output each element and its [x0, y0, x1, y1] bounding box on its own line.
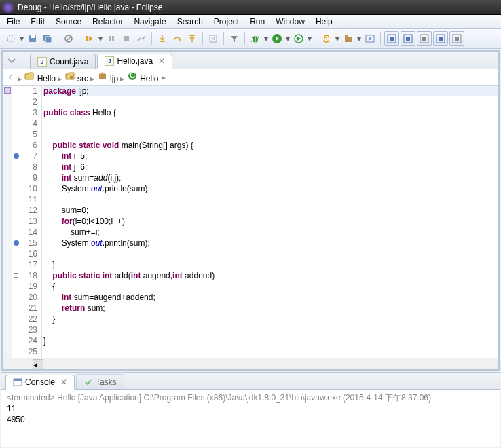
breakpoint-icon[interactable] — [14, 153, 19, 159]
code-editor[interactable]: package ljp; public class Hello { public… — [42, 86, 498, 358]
terminate-icon[interactable] — [119, 32, 133, 45]
code-line[interactable]: System.out.println(sum); — [43, 183, 498, 194]
code-line[interactable] — [43, 129, 498, 140]
horizontal-scrollbar[interactable]: ◂ — [3, 358, 498, 369]
resume-icon[interactable] — [83, 32, 96, 45]
save-icon[interactable] — [26, 32, 39, 45]
menu-project[interactable]: Project — [208, 16, 244, 28]
code-line[interactable] — [43, 324, 498, 335]
dropdown-arrow-icon[interactable]: ▾ — [356, 34, 362, 43]
tab-tasks[interactable]: Tasks — [76, 374, 124, 389]
java-persp-icon[interactable] — [401, 31, 415, 46]
fold-icon[interactable] — [14, 143, 18, 147]
svg-rect-29 — [422, 37, 426, 41]
code-line[interactable]: int j=6; — [43, 162, 498, 172]
quick-outline-icon[interactable] — [4, 87, 11, 94]
code-line[interactable]: return sum; — [43, 303, 498, 314]
menu-file[interactable]: File — [1, 16, 25, 28]
menu-search[interactable]: Search — [172, 16, 208, 28]
code-line[interactable]: int sum=add(i,j); — [43, 172, 498, 183]
breadcrumb-src[interactable]: src — [77, 74, 88, 83]
code-line[interactable]: public static int add(int augend,int add… — [43, 270, 498, 281]
svg-point-23 — [369, 37, 371, 40]
editor-tab-count-java[interactable]: Count.java — [30, 54, 96, 69]
menu-edit[interactable]: Edit — [25, 16, 50, 28]
dropdown-arrow-icon[interactable]: ▾ — [98, 34, 103, 43]
breakpoint-icon[interactable] — [14, 240, 19, 246]
breadcrumb-ljp[interactable]: ljp — [110, 74, 118, 83]
dropdown-arrow-icon[interactable]: ▾ — [19, 34, 24, 43]
step-filter-icon[interactable] — [227, 32, 241, 45]
fold-icon[interactable] — [14, 273, 18, 278]
code-line[interactable]: public class Hello { — [43, 107, 498, 118]
svg-text:#e0a030: #e0a030 — [321, 33, 332, 43]
breadcrumb-sep-icon: ▸ — [58, 74, 62, 83]
code-line[interactable]: public static void main(String[] args) { — [43, 140, 498, 151]
step-over-icon[interactable] — [170, 32, 184, 45]
svg-rect-7 — [86, 36, 88, 41]
back-arrow-icon[interactable] — [7, 73, 15, 81]
new-package-icon[interactable] — [341, 32, 355, 45]
close-icon[interactable]: ✕ — [60, 377, 67, 387]
run-icon[interactable] — [270, 32, 284, 45]
code-line[interactable]: { — [43, 281, 498, 292]
tab-label: Count.java — [50, 57, 88, 67]
disconnect-icon[interactable] — [134, 32, 148, 45]
console-icon — [13, 377, 22, 387]
close-icon[interactable]: ✕ — [158, 56, 165, 66]
menu-refactor[interactable]: Refactor — [87, 16, 128, 28]
debug-icon[interactable] — [248, 32, 262, 45]
scrollbar-left-button[interactable]: ◂ — [33, 359, 43, 369]
code-line[interactable]: int i=5; — [43, 151, 498, 162]
line-gutter[interactable]: 1234567891011121314151617181920212223242… — [12, 86, 42, 358]
drop-frame-icon[interactable] — [206, 32, 220, 45]
code-line[interactable]: } — [43, 314, 498, 324]
code-line[interactable]: for(i=0;i<100;i++) — [43, 216, 498, 227]
menu-navigate[interactable]: Navigate — [128, 16, 171, 28]
editor-left-ruler — [3, 86, 12, 358]
menu-help[interactable]: Help — [310, 16, 338, 28]
save-all-icon[interactable] — [41, 32, 54, 45]
quick-access-icon[interactable] — [384, 31, 399, 46]
run-last-icon[interactable] — [292, 32, 305, 45]
team-persp-icon[interactable] — [449, 31, 464, 46]
open-type-icon[interactable] — [363, 32, 377, 45]
code-line[interactable] — [43, 118, 498, 129]
dropdown-arrow-icon[interactable]: ▾ — [335, 34, 340, 43]
window-titlebar: Debug - Hello/src/ljp/Hello.java - Eclip… — [0, 0, 501, 15]
debug-persp-icon[interactable] — [433, 31, 448, 46]
code-line[interactable]: System.out.println(sum); — [43, 238, 498, 248]
code-line[interactable] — [43, 346, 498, 357]
outline-btn-icon[interactable] — [417, 31, 432, 46]
editor-tab-hello-java[interactable]: Hello.java✕ — [97, 54, 172, 69]
menu-source[interactable]: Source — [50, 16, 87, 28]
dropdown-arrow-icon[interactable]: ▾ — [285, 34, 291, 43]
maximize-chevron-icon[interactable] — [7, 56, 16, 65]
code-line[interactable]: sum=0; — [43, 205, 498, 216]
toolbar-separator — [79, 32, 79, 45]
suspend-icon[interactable] — [105, 32, 118, 45]
new-class-icon[interactable]: #e0a030 — [320, 32, 333, 45]
menu-window[interactable]: Window — [270, 16, 310, 28]
tab-console[interactable]: Console ✕ — [5, 375, 75, 390]
none-icon[interactable] — [4, 32, 18, 45]
code-line[interactable]: } — [43, 259, 498, 270]
breadcrumb-hello[interactable]: Hello — [37, 74, 56, 83]
code-line[interactable] — [43, 96, 498, 107]
console-panel: Console ✕ Tasks <terminated> Hello [Java… — [1, 372, 500, 447]
code-line[interactable]: sum+=i; — [43, 227, 498, 238]
step-into-icon[interactable] — [155, 32, 169, 45]
code-line[interactable]: package ljp; — [43, 86, 498, 96]
svg-point-0 — [7, 35, 14, 42]
step-return-icon[interactable] — [185, 32, 199, 45]
menu-run[interactable]: Run — [244, 16, 270, 28]
skip-bp-icon[interactable] — [62, 32, 75, 45]
breadcrumb-hello[interactable]: Hello — [140, 74, 158, 83]
console-content[interactable]: <terminated> Hello [Java Application] C:… — [1, 390, 500, 447]
code-line[interactable] — [43, 194, 498, 205]
dropdown-arrow-icon[interactable]: ▾ — [307, 34, 312, 43]
dropdown-arrow-icon[interactable]: ▾ — [263, 34, 269, 43]
code-line[interactable] — [43, 248, 498, 259]
code-line[interactable]: } — [43, 335, 498, 346]
code-line[interactable]: int sum=augend+addend; — [43, 292, 498, 303]
